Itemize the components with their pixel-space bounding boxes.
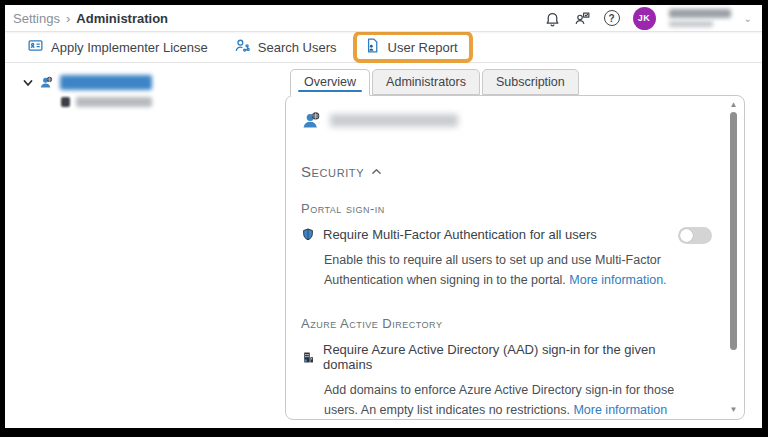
tab-administrators[interactable]: Administrators bbox=[372, 69, 480, 95]
notifications-bell-icon[interactable] bbox=[544, 10, 561, 27]
search-users-label: Search Users bbox=[258, 40, 337, 55]
header-actions: ? JK ⌄ bbox=[544, 7, 752, 30]
user-report-button[interactable]: User Report bbox=[364, 37, 458, 57]
search-users-icon bbox=[234, 37, 251, 57]
scroll-up-icon[interactable]: ▲ bbox=[730, 100, 738, 110]
help-icon[interactable]: ? bbox=[604, 10, 620, 26]
aad-setting-row: Require Azure Active Directory (AAD) sig… bbox=[301, 342, 704, 372]
tab-subscription[interactable]: Subscription bbox=[482, 69, 579, 95]
azure-ad-heading: Azure Active Directory bbox=[301, 316, 704, 331]
app-window: Settings › Administration ? JK ⌄ bbox=[5, 5, 762, 428]
mfa-setting-row: Require Multi-Factor Authentication for … bbox=[301, 227, 704, 242]
scrollbar-thumb[interactable] bbox=[730, 112, 737, 350]
tab-bar: Overview Administrators Subscription bbox=[290, 69, 745, 95]
redacted-org-title bbox=[330, 114, 458, 127]
org-tree bbox=[5, 63, 285, 427]
aad-more-information-link[interactable]: More information bbox=[573, 403, 667, 417]
breadcrumb-administration: Administration bbox=[76, 11, 168, 26]
organization-person-globe-icon bbox=[39, 75, 54, 90]
org-title-row bbox=[301, 110, 704, 131]
building-icon bbox=[301, 350, 315, 365]
breadcrumb: Settings › Administration bbox=[13, 11, 168, 26]
aad-description: Add domains to enforce Azure Active Dire… bbox=[324, 380, 704, 420]
tree-node-child[interactable] bbox=[61, 97, 285, 107]
content-area: Overview Administrators Subscription Sec… bbox=[5, 63, 762, 427]
user-report-label: User Report bbox=[388, 40, 458, 55]
mfa-setting-label: Require Multi-Factor Authentication for … bbox=[323, 227, 597, 242]
redacted-tree-selected-item bbox=[60, 75, 152, 90]
tab-overview[interactable]: Overview bbox=[290, 69, 370, 96]
tenant-building-icon bbox=[61, 97, 70, 107]
toggle-knob bbox=[680, 229, 693, 242]
breadcrumb-separator-icon: › bbox=[66, 11, 70, 26]
aad-setting-label: Require Azure Active Directory (AAD) sig… bbox=[323, 342, 704, 372]
apply-implementer-license-label: Apply Implementer License bbox=[51, 40, 208, 55]
shield-icon bbox=[301, 227, 315, 242]
scroll-down-icon[interactable]: ▼ bbox=[730, 405, 738, 415]
user-report-icon bbox=[364, 37, 381, 57]
security-section-title: Security bbox=[301, 163, 364, 180]
overview-panel: Security Portal sign-in Require Multi-Fa… bbox=[285, 95, 745, 420]
top-header: Settings › Administration ? JK ⌄ bbox=[5, 5, 762, 32]
tree-expand-chevron-icon[interactable] bbox=[23, 78, 33, 88]
organization-person-globe-icon bbox=[301, 110, 322, 131]
mfa-more-information-link[interactable]: More information. bbox=[569, 273, 666, 287]
redacted-username bbox=[669, 9, 731, 27]
admin-toolbar: Apply Implementer License Search Users U… bbox=[5, 32, 762, 63]
mfa-toggle[interactable] bbox=[678, 227, 712, 244]
avatar[interactable]: JK bbox=[633, 7, 656, 30]
tree-node-root[interactable] bbox=[23, 75, 285, 90]
redacted-tree-child-item bbox=[76, 97, 152, 107]
breadcrumb-settings[interactable]: Settings bbox=[13, 11, 60, 26]
search-users-button[interactable]: Search Users bbox=[234, 37, 337, 57]
scrollbar-track[interactable] bbox=[727, 110, 740, 415]
security-section-header[interactable]: Security bbox=[301, 163, 704, 180]
chevron-down-icon[interactable]: ⌄ bbox=[744, 13, 752, 24]
main-pane: Overview Administrators Subscription Sec… bbox=[285, 63, 745, 427]
highlight-box: User Report bbox=[353, 31, 473, 63]
panel-scrollbar: ▲ ▼ bbox=[727, 100, 740, 415]
license-card-icon bbox=[27, 37, 44, 57]
mfa-description: Enable this to require all users to set … bbox=[324, 250, 704, 290]
apply-implementer-license-button[interactable]: Apply Implementer License bbox=[27, 37, 208, 57]
portal-signin-heading: Portal sign-in bbox=[301, 201, 704, 216]
feedback-icon[interactable] bbox=[574, 10, 591, 27]
collapse-chevron-up-icon bbox=[372, 168, 381, 175]
